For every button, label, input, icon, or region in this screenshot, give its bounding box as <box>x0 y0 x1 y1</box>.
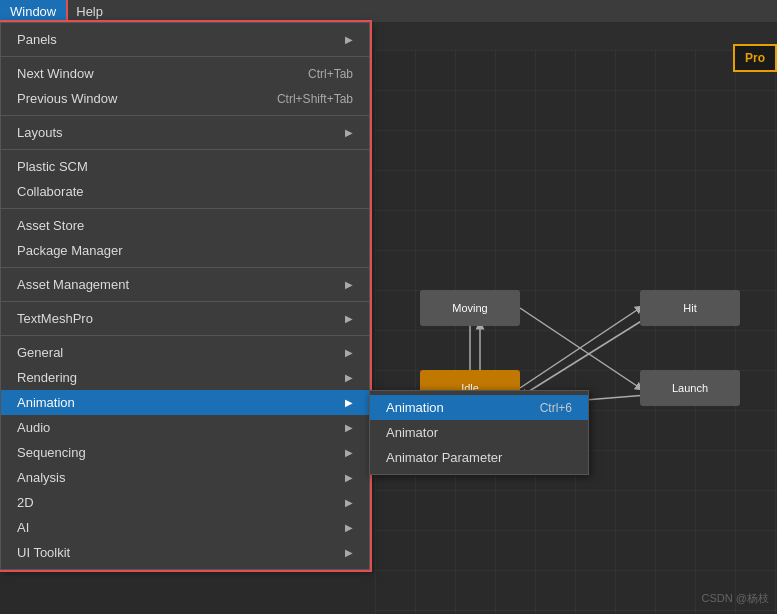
animation-submenu: AnimationCtrl+6AnimatorAnimator Paramete… <box>369 390 589 475</box>
menu-item-label: UI Toolkit <box>17 545 70 560</box>
menu-separator-16 <box>1 335 369 336</box>
menu-separator-9 <box>1 208 369 209</box>
menu-item-label: General <box>17 345 63 360</box>
watermark: CSDN @杨枝 <box>702 591 769 606</box>
menu-item-general[interactable]: General▶ <box>1 340 369 365</box>
menu-item-animation[interactable]: Animation▶ <box>1 390 369 415</box>
node-moving[interactable]: Moving <box>420 290 520 326</box>
submenu-item-label: Animator Parameter <box>386 450 502 465</box>
menu-item-collaborate[interactable]: Collaborate <box>1 179 369 204</box>
menu-item-asset-store[interactable]: Asset Store <box>1 213 369 238</box>
menu-item-shortcut: Ctrl+Tab <box>308 67 353 81</box>
menu-help[interactable]: Help <box>66 0 113 22</box>
svg-line-4 <box>523 320 643 395</box>
menu-item-arrow: ▶ <box>345 547 353 558</box>
menu-item-arrow: ▶ <box>345 127 353 138</box>
menu-separator-1 <box>1 56 369 57</box>
submenu-item-animator-parameter[interactable]: Animator Parameter <box>370 445 588 470</box>
animator-canvas: Moving Hit Idle Launch <box>375 50 777 614</box>
menu-item-label: Audio <box>17 420 50 435</box>
menu-separator-14 <box>1 301 369 302</box>
menu-item-arrow: ▶ <box>345 34 353 45</box>
menu-item-package-manager[interactable]: Package Manager <box>1 238 369 263</box>
menu-item-rendering[interactable]: Rendering▶ <box>1 365 369 390</box>
svg-line-3 <box>520 308 640 388</box>
menu-item-label: 2D <box>17 495 34 510</box>
menu-item-arrow: ▶ <box>345 279 353 290</box>
menu-item-label: Sequencing <box>17 445 86 460</box>
menu-item-arrow: ▶ <box>345 313 353 324</box>
menu-item-label: Analysis <box>17 470 65 485</box>
pro-button[interactable]: Pro <box>733 44 777 72</box>
menu-item-label: Next Window <box>17 66 94 81</box>
svg-line-2 <box>520 308 640 388</box>
animator-arrows <box>375 50 777 614</box>
submenu-item-animator[interactable]: Animator <box>370 420 588 445</box>
menu-item-sequencing[interactable]: Sequencing▶ <box>1 440 369 465</box>
menu-window[interactable]: Window <box>0 0 66 22</box>
submenu-item-label: Animator <box>386 425 438 440</box>
menu-item-arrow: ▶ <box>345 372 353 383</box>
menu-item-arrow: ▶ <box>345 422 353 433</box>
menu-item-label: Collaborate <box>17 184 84 199</box>
menu-item-previous-window[interactable]: Previous WindowCtrl+Shift+Tab <box>1 86 369 111</box>
menu-item-label: Layouts <box>17 125 63 140</box>
menu-item-ui-toolkit[interactable]: UI Toolkit▶ <box>1 540 369 565</box>
menu-item-ai[interactable]: AI▶ <box>1 515 369 540</box>
menu-item-audio[interactable]: Audio▶ <box>1 415 369 440</box>
menu-item-shortcut: Ctrl+Shift+Tab <box>277 92 353 106</box>
menu-item-arrow: ▶ <box>345 347 353 358</box>
menu-item-textmeshpro[interactable]: TextMeshPro▶ <box>1 306 369 331</box>
menu-item-plastic-scm[interactable]: Plastic SCM <box>1 154 369 179</box>
menu-item-arrow: ▶ <box>345 472 353 483</box>
menu-item-arrow: ▶ <box>345 397 353 408</box>
menu-item-layouts[interactable]: Layouts▶ <box>1 120 369 145</box>
menu-separator-12 <box>1 267 369 268</box>
menu-item-2d[interactable]: 2D▶ <box>1 490 369 515</box>
submenu-item-label: Animation <box>386 400 444 415</box>
window-dropdown-menu: Panels▶Next WindowCtrl+TabPrevious Windo… <box>0 22 370 570</box>
menu-item-analysis[interactable]: Analysis▶ <box>1 465 369 490</box>
menu-item-label: Asset Management <box>17 277 129 292</box>
menu-item-next-window[interactable]: Next WindowCtrl+Tab <box>1 61 369 86</box>
menu-item-label: Asset Store <box>17 218 84 233</box>
menu-item-label: Animation <box>17 395 75 410</box>
menu-item-arrow: ▶ <box>345 447 353 458</box>
menu-item-arrow: ▶ <box>345 522 353 533</box>
menu-item-label: TextMeshPro <box>17 311 93 326</box>
menu-item-arrow: ▶ <box>345 497 353 508</box>
menu-separator-6 <box>1 149 369 150</box>
menubar: Window Help <box>0 0 777 22</box>
menu-item-label: Package Manager <box>17 243 123 258</box>
submenu-item-shortcut: Ctrl+6 <box>540 401 572 415</box>
menu-item-label: Panels <box>17 32 57 47</box>
menu-item-label: AI <box>17 520 29 535</box>
menu-separator-4 <box>1 115 369 116</box>
menu-item-label: Plastic SCM <box>17 159 88 174</box>
menu-item-label: Previous Window <box>17 91 117 106</box>
node-hit[interactable]: Hit <box>640 290 740 326</box>
menu-item-asset-management[interactable]: Asset Management▶ <box>1 272 369 297</box>
menu-item-panels[interactable]: Panels▶ <box>1 27 369 52</box>
menu-item-label: Rendering <box>17 370 77 385</box>
node-launch[interactable]: Launch <box>640 370 740 406</box>
submenu-item-animation[interactable]: AnimationCtrl+6 <box>370 395 588 420</box>
